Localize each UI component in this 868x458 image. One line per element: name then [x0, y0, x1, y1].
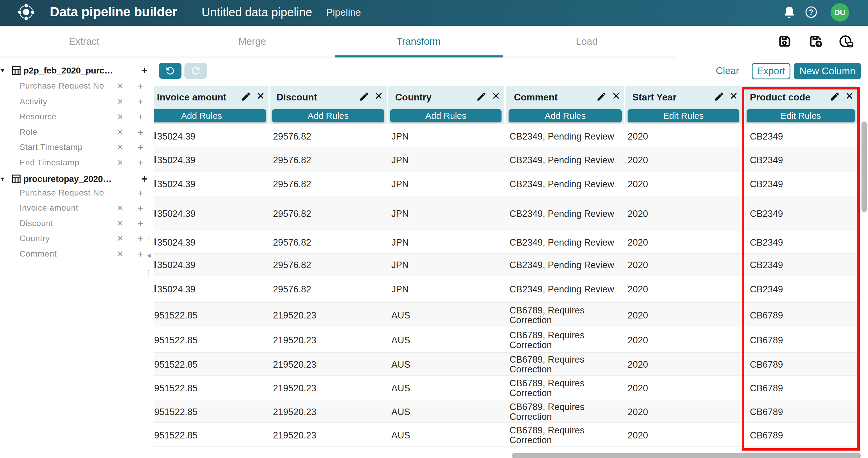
svg-text:?: ?	[809, 8, 813, 17]
